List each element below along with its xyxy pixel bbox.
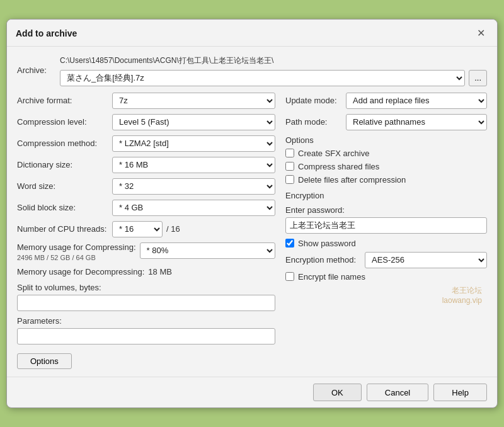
enc-method-select[interactable]: AES-256 <box>365 252 487 268</box>
show-password-label[interactable]: Show password <box>298 239 356 248</box>
add-to-archive-dialog: Add to archive ✕ Archive: C:\Users\14857… <box>6 19 498 408</box>
path-mode-label: Path mode: <box>285 117 342 127</box>
watermark: 老王论坛laowang.vip <box>285 285 487 305</box>
split-section: Split to volumes, bytes: <box>17 283 275 311</box>
title-bar: Add to archive ✕ <box>7 20 497 47</box>
enc-method-row: Encryption method: AES-256 <box>285 252 487 268</box>
dialog-content: Archive: C:\Users\14857\Documents\ACGN\打… <box>7 47 497 377</box>
show-password-checkbox[interactable] <box>285 239 294 248</box>
compression-level-row: Compression level: Level 5 (Fast) <box>17 114 275 130</box>
params-label: Parameters: <box>17 316 275 326</box>
solid-block-row: Solid block size: * 4 GB <box>17 200 275 216</box>
compression-level-label: Compression level: <box>17 117 108 127</box>
archive-format-label: Archive format: <box>17 96 108 105</box>
left-panel: Archive format: 7z Compression level: Le… <box>17 93 275 369</box>
compress-shared-label[interactable]: Compress shared files <box>298 162 379 171</box>
options-title: Options <box>285 135 487 145</box>
compress-shared-checkbox[interactable] <box>285 162 294 171</box>
options-button[interactable]: Options <box>17 353 72 369</box>
close-button[interactable]: ✕ <box>473 26 488 41</box>
compression-method-row: Compression method: * LZMA2 [std] <box>17 135 275 152</box>
create-sfx-row: Create SFX archive <box>285 149 487 158</box>
compression-method-label: Compression method: <box>17 139 108 148</box>
create-sfx-label[interactable]: Create SFX archive <box>298 149 369 158</box>
archive-inputs: C:\Users\14857\Documents\ACGN\打包工具\上老王论坛… <box>60 54 487 86</box>
compression-level-select[interactable]: Level 5 (Fast) <box>112 114 275 130</box>
compression-method-select[interactable]: * LZMA2 [std] <box>112 135 275 152</box>
word-size-row: Word size: * 32 <box>17 178 275 195</box>
options-group: Options Create SFX archive Compress shar… <box>285 135 487 185</box>
word-size-label: Word size: <box>17 181 108 191</box>
dictionary-size-row: Dictionary size: * 16 MB <box>17 157 275 173</box>
bottom-bar: OK Cancel Help <box>7 377 497 407</box>
path-mode-control: Relative pathnames <box>346 114 487 130</box>
create-sfx-checkbox[interactable] <box>285 149 294 157</box>
delete-after-checkbox[interactable] <box>285 175 294 184</box>
update-mode-label: Update mode: <box>285 96 342 105</box>
compression-method-control: * LZMA2 [std] <box>112 135 275 152</box>
encryption-title: Encryption <box>285 191 487 200</box>
word-size-control: * 32 <box>112 178 275 195</box>
archive-label: Archive: <box>17 54 55 75</box>
compress-shared-row: Compress shared files <box>285 162 487 171</box>
solid-block-label: Solid block size: <box>17 203 108 212</box>
options-btn-row: Options <box>17 353 275 369</box>
main-content: Archive format: 7z Compression level: Le… <box>17 93 487 369</box>
word-size-select[interactable]: * 32 <box>112 178 275 195</box>
encrypt-names-label[interactable]: Encrypt file names <box>298 272 365 282</box>
path-mode-select[interactable]: Relative pathnames <box>346 114 487 130</box>
password-input[interactable] <box>285 217 487 234</box>
archive-input-row: 菜さん_合集[经典].7z ... <box>60 70 487 86</box>
cpu-threads-select[interactable]: * 16 <box>112 221 163 237</box>
update-mode-select[interactable]: Add and replace files <box>346 93 487 109</box>
update-mode-control: Add and replace files <box>346 93 487 109</box>
params-section: Parameters: <box>17 316 275 344</box>
browse-button[interactable]: ... <box>469 70 487 86</box>
encrypt-names-checkbox[interactable] <box>285 272 294 281</box>
compression-level-control: Level 5 (Fast) <box>112 114 275 130</box>
path-mode-row: Path mode: Relative pathnames <box>285 114 487 130</box>
cpu-total: / 16 <box>166 224 180 234</box>
encrypt-names-row: Encrypt file names <box>285 272 487 282</box>
right-panel: Update mode: Add and replace files Path … <box>285 93 487 369</box>
memory-decompressing-row: Memory usage for Decompressing: 18 MB <box>17 267 275 276</box>
archive-format-select[interactable]: 7z <box>112 93 275 109</box>
dictionary-size-label: Dictionary size: <box>17 160 108 169</box>
memory-decompressing-value: 18 MB <box>148 267 172 276</box>
show-password-row: Show password <box>285 239 487 248</box>
archive-path: C:\Users\14857\Documents\ACGN\打包工具\上老王论坛… <box>60 54 487 67</box>
memory-compressing-label: Memory usage for Compressing: 2496 MB / … <box>17 242 136 262</box>
memory-compressing-select[interactable]: * 80% <box>140 242 275 259</box>
split-label: Split to volumes, bytes: <box>17 283 275 292</box>
memory-compressing-row: Memory usage for Compressing: 2496 MB / … <box>17 242 275 262</box>
help-button[interactable]: Help <box>433 384 487 401</box>
archive-filename-select[interactable]: 菜さん_合集[经典].7z <box>60 70 465 86</box>
dictionary-size-control: * 16 MB <box>112 157 275 173</box>
split-input[interactable] <box>17 295 275 311</box>
encryption-group: Encryption Enter password: Show password… <box>285 191 487 282</box>
cancel-button[interactable]: Cancel <box>367 384 428 401</box>
ok-button[interactable]: OK <box>313 384 362 401</box>
delete-after-row: Delete files after compression <box>285 175 487 185</box>
password-label: Enter password: <box>285 205 487 215</box>
solid-block-control: * 4 GB <box>112 200 275 216</box>
enc-method-label: Encryption method: <box>285 255 361 265</box>
memory-compressing-control: * 80% <box>140 242 275 259</box>
solid-block-select[interactable]: * 4 GB <box>112 200 275 216</box>
dialog-title: Add to archive <box>16 28 77 38</box>
dictionary-size-select[interactable]: * 16 MB <box>112 157 275 173</box>
memory-decompressing-label: Memory usage for Decompressing: <box>17 267 144 276</box>
archive-format-control: 7z <box>112 93 275 109</box>
cpu-threads-row: Number of CPU threads: * 16 / 16 <box>17 221 275 237</box>
update-mode-row: Update mode: Add and replace files <box>285 93 487 109</box>
cpu-threads-label: Number of CPU threads: <box>17 224 108 234</box>
delete-after-label[interactable]: Delete files after compression <box>298 175 406 185</box>
params-input[interactable] <box>17 328 275 344</box>
archive-format-row: Archive format: 7z <box>17 93 275 109</box>
archive-row: Archive: C:\Users\14857\Documents\ACGN\打… <box>17 54 487 86</box>
